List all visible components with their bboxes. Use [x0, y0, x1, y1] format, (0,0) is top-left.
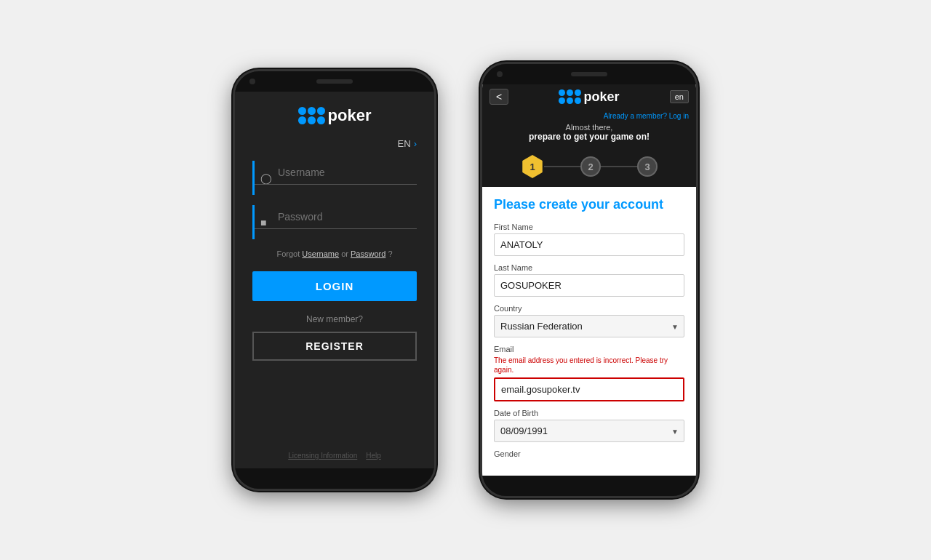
- lang-button[interactable]: en: [670, 90, 689, 103]
- phone-1: poker EN › ◯ ■ Forgot Username or: [233, 69, 436, 491]
- step-3: 3: [637, 156, 658, 177]
- logo2-c4: [567, 97, 573, 104]
- phone-1-screen: poker EN › ◯ ■ Forgot Username or: [235, 92, 434, 468]
- country-label: Country: [494, 304, 684, 313]
- first-name-label: First Name: [494, 223, 684, 231]
- step-3-label: 3: [644, 161, 650, 172]
- dob-label: Date of Birth: [494, 409, 684, 417]
- last-name-input[interactable]: [494, 274, 684, 297]
- logo-888: [298, 107, 325, 124]
- phone-1-camera: [249, 79, 255, 84]
- top-nav: <: [482, 84, 696, 109]
- phone-2-bottom-bar: [482, 476, 696, 496]
- gender-group: Gender: [494, 449, 684, 458]
- logo2-c1: [559, 89, 565, 96]
- logo-circles-col1: [298, 107, 306, 124]
- phone-1-bottom-bar: [235, 468, 434, 489]
- last-name-group: Last Name: [494, 263, 684, 297]
- new-member-text: New member?: [306, 314, 363, 324]
- email-group: Email The email address you entered is i…: [494, 345, 684, 401]
- logo2-c3: [567, 89, 573, 96]
- forgot-password-link[interactable]: Password: [351, 249, 385, 258]
- dob-select[interactable]: 08/09/1991: [494, 420, 684, 442]
- country-group: Country Russian Federation: [494, 304, 684, 337]
- lang-arrow: ›: [414, 138, 417, 149]
- tagline-line1: Almost there,: [490, 123, 689, 132]
- first-name-input[interactable]: [494, 233, 684, 256]
- lang-selector[interactable]: EN ›: [398, 138, 417, 149]
- logo-container: poker: [298, 106, 372, 125]
- form-area: Please create your account First Name La…: [482, 187, 696, 476]
- phone-2: <: [480, 62, 698, 498]
- country-select-wrapper: Russian Federation: [494, 315, 684, 337]
- logo-circle-4: [308, 116, 316, 124]
- password-input[interactable]: [255, 205, 417, 229]
- step-line-2: [601, 166, 637, 167]
- step-line-1: [544, 166, 580, 167]
- step-2: 2: [580, 156, 601, 177]
- forgot-post: ?: [388, 249, 392, 258]
- step-1: 1: [521, 155, 544, 178]
- email-input[interactable]: [494, 377, 684, 401]
- already-member: Already a member? Log in: [490, 112, 689, 120]
- email-label: Email: [494, 345, 684, 353]
- last-name-label: Last Name: [494, 263, 684, 272]
- steps-bar: 1 2 3: [482, 149, 696, 187]
- phone-1-top-bar: [235, 71, 434, 92]
- dob-select-wrapper: 08/09/1991: [494, 420, 684, 442]
- tagline: Almost there, prepare to get your game o…: [490, 123, 689, 142]
- step-1-label: 1: [530, 161, 535, 172]
- back-button[interactable]: <: [490, 89, 508, 105]
- email-error-text: The email address you entered is incorre…: [494, 356, 684, 375]
- login-screen: poker EN › ◯ ■ Forgot Username or: [235, 92, 434, 468]
- logo2-c5: [575, 89, 581, 96]
- login-button[interactable]: LOGIN: [252, 271, 417, 301]
- username-wrapper: ◯: [252, 161, 417, 195]
- gender-label: Gender: [494, 449, 684, 458]
- logo-circles-col2: [308, 107, 316, 124]
- register-screen: <: [482, 84, 696, 476]
- logo2-col1: [559, 89, 565, 104]
- logo-circles-col3: [317, 107, 325, 124]
- logo2-c2: [559, 97, 565, 104]
- logo2-poker-text: poker: [583, 89, 619, 105]
- logo2-888: [559, 89, 581, 104]
- forgot-text: Forgot Username or Password ?: [277, 249, 393, 258]
- forgot-or: or: [341, 249, 351, 258]
- already-member-text: Already a member?: [604, 112, 667, 120]
- first-name-group: First Name: [494, 223, 684, 256]
- lang-label: EN: [398, 138, 411, 149]
- phone-2-camera: [497, 71, 503, 77]
- help-link[interactable]: Help: [366, 452, 381, 460]
- form-title: Please create your account: [494, 197, 684, 212]
- phone-1-speaker: [316, 79, 353, 84]
- forgot-pre: Forgot: [277, 249, 303, 258]
- tagline-line2: prepare to get your game on!: [490, 132, 689, 142]
- forgot-username-link[interactable]: Username: [302, 249, 339, 258]
- register-header: Already a member? Log in Almost there, p…: [482, 109, 696, 149]
- logo-circle-3: [308, 107, 316, 115]
- logo-circle-2: [298, 116, 306, 124]
- logo2-col3: [575, 89, 581, 104]
- logo-circle-5: [317, 107, 325, 115]
- step-2-label: 2: [588, 161, 593, 172]
- dob-group: Date of Birth 08/09/1991: [494, 409, 684, 442]
- phone-2-screen: <: [482, 84, 696, 476]
- already-member-link[interactable]: Log in: [669, 112, 689, 120]
- phone-2-top-bar: [482, 64, 696, 84]
- password-wrapper: ■: [252, 205, 417, 239]
- username-input[interactable]: [255, 161, 417, 185]
- footer-links: Licensing Information Help: [288, 452, 381, 460]
- phone-2-speaker: [571, 72, 607, 76]
- licensing-link[interactable]: Licensing Information: [288, 452, 357, 460]
- logo-circle-6: [317, 116, 325, 124]
- logo-poker-text: poker: [328, 106, 372, 125]
- phone2-logo: poker: [559, 89, 619, 105]
- country-select[interactable]: Russian Federation: [494, 315, 684, 337]
- register-button[interactable]: REGISTER: [252, 332, 417, 361]
- logo-circle-1: [298, 107, 306, 115]
- logo2-c6: [575, 97, 581, 104]
- logo2-col2: [567, 89, 573, 104]
